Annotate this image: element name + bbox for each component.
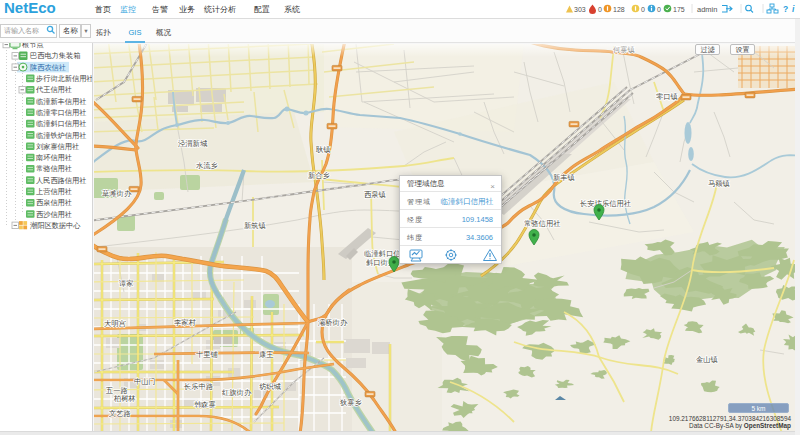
svg-text:临潼铁炉信用社: 临潼铁炉信用社 <box>36 131 86 140</box>
svg-text:代王信用社: 代王信用社 <box>35 85 72 94</box>
svg-text:常骆信用社: 常骆信用社 <box>36 164 72 173</box>
svg-text:红旗街办: 红旗街办 <box>222 388 252 397</box>
svg-text:新筑镇: 新筑镇 <box>244 221 266 230</box>
svg-text:康王: 康王 <box>259 350 274 359</box>
svg-text:步行街北新信用社: 步行街北新信用社 <box>36 74 93 83</box>
svg-text:中山门: 中山门 <box>134 377 156 386</box>
svg-text:临潼斜口信.: 临潼斜口信. <box>364 249 403 258</box>
svg-text:西沙信用社: 西沙信用社 <box>36 210 72 219</box>
svg-text:灞桥街办: 灞桥街办 <box>318 318 348 327</box>
svg-text:临潼斜口信用社: 临潼斜口信用社 <box>36 119 86 128</box>
svg-text:西泉镇: 西泉镇 <box>364 190 386 199</box>
svg-text:零口镇: 零口镇 <box>656 92 678 101</box>
svg-text:金山镇: 金山镇 <box>696 355 718 364</box>
svg-text:南环信用社: 南环信用社 <box>35 153 72 162</box>
svg-text:303: 303 <box>574 6 586 13</box>
svg-text:?: ? <box>783 4 788 14</box>
svg-text:柏树林: 柏树林 <box>113 394 136 403</box>
svg-text:水流乡: 水流乡 <box>196 161 219 170</box>
svg-text:巴西电力集装箱: 巴西电力集装箱 <box>30 51 80 60</box>
svg-text:大明宫: 大明宫 <box>104 319 127 328</box>
svg-text:陕西农信社: 陕西农信社 <box>30 63 66 72</box>
svg-text:0: 0 <box>641 6 645 13</box>
svg-text:admin: admin <box>697 5 717 14</box>
svg-text:马额镇: 马额镇 <box>708 179 730 188</box>
svg-text:十里铺: 十里铺 <box>196 350 219 359</box>
svg-text:文艺路: 文艺路 <box>109 409 131 418</box>
svg-text:狄寨乡: 狄寨乡 <box>340 398 363 407</box>
svg-text:西泉信用社: 西泉信用社 <box>36 198 72 207</box>
svg-text:纺织城: 纺织城 <box>259 382 282 391</box>
svg-text:128: 128 <box>613 6 625 13</box>
svg-text:长乐中路: 长乐中路 <box>183 382 213 391</box>
svg-text:新合乡: 新合乡 <box>308 171 331 180</box>
svg-text:潮阳区数据中心: 潮阳区数据中心 <box>30 221 81 230</box>
svg-text:谭家: 谭家 <box>119 279 134 288</box>
svg-text:临潼零口信用社: 临潼零口信用社 <box>36 108 86 117</box>
svg-text:草滩街办: 草滩街办 <box>102 189 132 198</box>
svg-text:0: 0 <box>598 6 602 13</box>
svg-text:新丰镇: 新丰镇 <box>553 173 575 182</box>
svg-text:临潼新丰信用社: 临潼新丰信用社 <box>36 97 86 106</box>
svg-text:刘家寨信用社: 刘家寨信用社 <box>36 142 79 151</box>
svg-text:0: 0 <box>657 6 661 13</box>
svg-text:耿镇: 耿镇 <box>316 145 331 154</box>
svg-text:i: i <box>792 4 795 14</box>
svg-text:人民西路信用社: 人民西路信用社 <box>36 176 86 185</box>
svg-text:175: 175 <box>673 6 685 13</box>
svg-text:李家村: 李家村 <box>174 318 197 327</box>
svg-text:长安坊乐信用社: 长安坊乐信用社 <box>579 199 631 208</box>
svg-text:上营信用社: 上营信用社 <box>36 187 72 196</box>
svg-text:常骆信用社: 常骆信用社 <box>524 219 560 228</box>
svg-text:韩森寨: 韩森寨 <box>194 400 216 409</box>
svg-text:泾渭新城: 泾渭新城 <box>178 139 208 148</box>
